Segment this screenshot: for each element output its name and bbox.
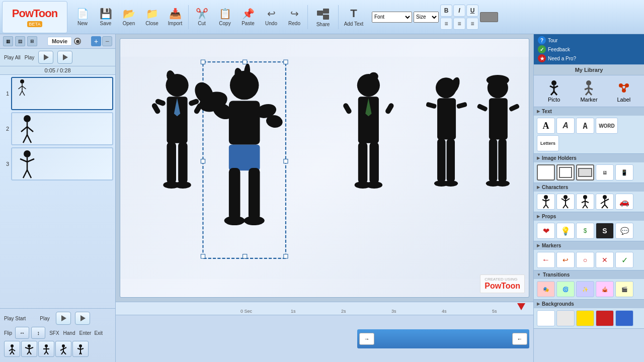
section-bg-header[interactable]: ▶ Backgrounds xyxy=(534,300,644,308)
open-button[interactable]: 📂 Open xyxy=(118,2,140,32)
feedback-button[interactable]: ✓ Feedback xyxy=(538,45,640,53)
anim-5-button[interactable] xyxy=(72,341,89,357)
remove-scene-button[interactable]: − xyxy=(102,36,112,46)
img-holder-4[interactable]: 🖥 xyxy=(596,164,614,180)
text-item-3[interactable]: A xyxy=(576,118,594,134)
trans-4[interactable]: 🎪 xyxy=(596,281,614,297)
marker-x[interactable]: ✕ xyxy=(596,252,614,268)
prop-speech[interactable]: 💬 xyxy=(615,223,633,239)
prop-bulb[interactable]: 💡 xyxy=(556,223,575,239)
play-start-button[interactable] xyxy=(56,312,71,325)
play-start-label: Play Start xyxy=(4,316,26,321)
char-4[interactable] xyxy=(596,194,614,210)
anim-3-button[interactable] xyxy=(38,341,54,357)
scene-thumb-3[interactable] xyxy=(11,147,113,180)
thumb-view-button[interactable]: ⊞ xyxy=(27,36,37,46)
align-center-button[interactable]: ≡ xyxy=(453,18,465,30)
align-left-button[interactable]: ≡ xyxy=(440,18,452,30)
text-item-1[interactable]: A xyxy=(537,118,555,134)
tab-marker[interactable]: Marker xyxy=(578,78,599,104)
svg-rect-112 xyxy=(489,138,497,182)
text-item-2[interactable]: A xyxy=(556,118,575,134)
section-image-header[interactable]: ▶ Image Holders xyxy=(534,154,644,162)
cut-button[interactable]: ✂️ Cut xyxy=(191,2,213,32)
add-text-button[interactable]: T Add Text xyxy=(341,2,367,32)
prop-heart[interactable]: ❤ xyxy=(537,223,555,239)
marker-check[interactable]: ✓ xyxy=(615,252,633,268)
marker-circle[interactable]: ○ xyxy=(576,252,594,268)
text-item-4[interactable]: WORD xyxy=(596,118,618,134)
svg-point-3 xyxy=(20,79,24,83)
trans-3[interactable]: ✨ xyxy=(576,281,594,297)
copy-button[interactable]: 📋 Copy xyxy=(214,2,236,32)
img-holder-5[interactable]: 📱 xyxy=(615,164,633,180)
scene-item-3[interactable]: 3 xyxy=(2,147,113,180)
font-size-select[interactable]: Size xyxy=(414,12,439,23)
img-holder-3[interactable] xyxy=(576,164,594,180)
bg-light[interactable] xyxy=(556,310,575,326)
close-button[interactable]: 📁 Close xyxy=(141,2,163,32)
timeline-prev-button[interactable]: → xyxy=(359,333,374,345)
char-5[interactable]: 🚗 xyxy=(615,194,633,210)
tab-picto[interactable]: Picto xyxy=(544,78,564,104)
redo-button[interactable]: ↪ Redo xyxy=(283,2,305,32)
bg-yellow[interactable] xyxy=(576,310,594,326)
scene-thumb-1[interactable] xyxy=(11,77,113,110)
section-chars-header[interactable]: ▶ Characters xyxy=(534,183,644,192)
anim-1-button[interactable] xyxy=(4,341,20,357)
flip-h-button[interactable]: ↔ xyxy=(15,327,29,339)
save-button[interactable]: 💾 Save xyxy=(95,2,117,32)
trans-2[interactable]: 🌀 xyxy=(556,281,575,297)
play2-button[interactable] xyxy=(75,312,90,325)
marker-curve[interactable]: ↩ xyxy=(556,252,575,268)
section-markers-header[interactable]: ▶ Markers xyxy=(534,241,644,250)
align-right-button[interactable]: ≡ xyxy=(466,18,478,30)
share-button[interactable]: Share xyxy=(310,2,336,32)
redo-label: Redo xyxy=(288,21,300,26)
import-button[interactable]: 📥 Import xyxy=(164,2,186,32)
undo-button[interactable]: ↩ Undo xyxy=(260,2,282,32)
section-transitions-header[interactable]: ▼ Transitions xyxy=(534,270,644,279)
tour-button[interactable]: ? Tour xyxy=(538,36,640,44)
img-holder-2[interactable] xyxy=(556,164,575,180)
text-item-5[interactable]: Letters xyxy=(537,135,559,151)
timeline-track[interactable]: → ← xyxy=(357,329,529,348)
underline-button[interactable]: U xyxy=(466,5,478,17)
char-1[interactable] xyxy=(537,194,555,210)
marker-arrow-left[interactable]: ← xyxy=(537,252,555,268)
scene-item-2[interactable]: 2 xyxy=(2,112,113,145)
img-holder-1[interactable] xyxy=(537,164,555,180)
play-button[interactable] xyxy=(57,51,72,64)
bg-red[interactable] xyxy=(596,310,614,326)
flip-v-button[interactable]: ↕ xyxy=(31,327,45,339)
trans-1[interactable]: 🎭 xyxy=(537,281,555,297)
scene-item-1[interactable]: 1 xyxy=(2,77,113,110)
trans-5[interactable]: 🎬 xyxy=(615,281,633,297)
font-family-select[interactable]: Font xyxy=(372,12,412,23)
tab-label[interactable]: Label xyxy=(614,78,634,104)
section-props-header[interactable]: ▶ Props xyxy=(534,212,644,221)
bg-white[interactable] xyxy=(537,310,555,326)
paste-button[interactable]: 📌 Paste xyxy=(237,2,259,32)
char-3[interactable] xyxy=(576,194,594,210)
bg-blue[interactable] xyxy=(615,310,633,326)
grid-view-button[interactable]: ▦ xyxy=(3,36,13,46)
list-view-button[interactable]: ▤ xyxy=(15,36,25,46)
scene-thumb-2[interactable] xyxy=(11,112,113,145)
bold-button[interactable]: B xyxy=(440,5,452,17)
color-picker[interactable] xyxy=(480,12,498,22)
prop-briefcase[interactable]: S xyxy=(596,223,614,239)
anim-4-button[interactable] xyxy=(55,341,71,357)
movie-radio[interactable] xyxy=(74,38,81,45)
italic-button[interactable]: I xyxy=(453,5,465,17)
new-button[interactable]: 📄 New xyxy=(71,2,94,32)
timeline-next-button[interactable]: ← xyxy=(512,333,527,345)
canvas-frame[interactable]: ⊕ xyxy=(120,38,529,298)
section-text-header[interactable]: ▶ Text xyxy=(534,107,644,116)
prop-money[interactable]: $ xyxy=(576,223,594,239)
char-2[interactable] xyxy=(556,194,575,210)
add-scene-button[interactable]: + xyxy=(91,36,101,46)
play-all-button[interactable] xyxy=(38,51,53,64)
anim-2-button[interactable] xyxy=(21,341,37,357)
need-pro-button[interactable]: ★ Need a Pro? xyxy=(538,54,640,62)
